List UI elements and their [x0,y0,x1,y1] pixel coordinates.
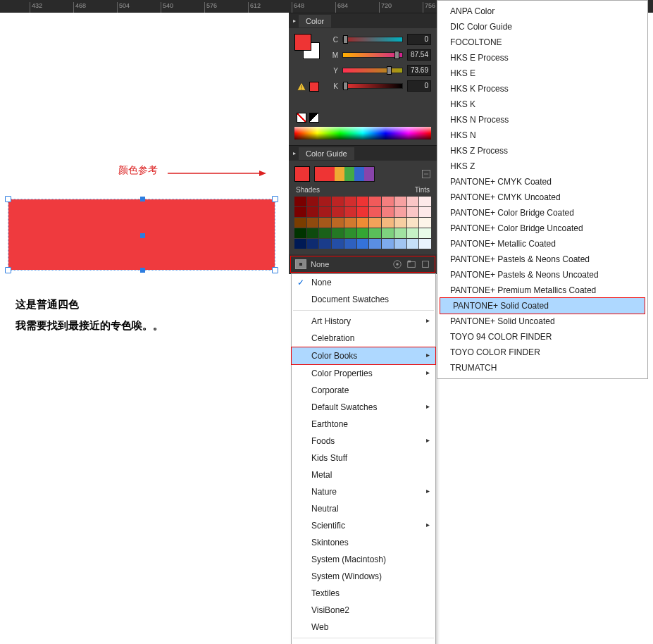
fill-stroke-swatch[interactable] [294,34,321,61]
variation-swatch[interactable] [319,239,331,249]
collapse-icon[interactable]: ▸ [293,150,296,156]
variation-swatch[interactable] [294,218,306,228]
variation-swatch[interactable] [294,228,306,238]
variation-swatch[interactable] [369,207,381,217]
menu-item[interactable]: Celebration [292,330,435,347]
variation-swatch[interactable] [357,207,369,217]
menu-item[interactable]: Corporate [292,382,435,399]
menu-item[interactable]: Scientific▸ [292,517,435,534]
submenu-item[interactable]: PANTONE+ CMYK Coated [437,174,647,190]
variation-swatch[interactable] [394,207,406,217]
variation-swatch[interactable] [382,197,394,206]
submenu-item[interactable]: HKS N Process [437,112,647,128]
variation-swatch[interactable] [332,218,344,228]
variation-swatch[interactable] [382,239,394,249]
slider-track[interactable] [342,68,403,73]
variation-swatch[interactable] [369,197,381,206]
submenu-item[interactable]: HKS K [437,97,647,112]
slider-thumb[interactable] [387,66,392,75]
variation-swatch[interactable] [357,239,369,249]
variation-swatch[interactable] [357,218,369,228]
menu-item[interactable]: Earthtone [292,416,435,433]
menu-item[interactable]: Web [292,619,435,636]
menu-item[interactable]: Textiles [292,585,435,602]
slider-value[interactable]: 87.54 [407,49,431,61]
variation-swatch[interactable] [357,228,369,238]
handle-s[interactable] [140,268,145,273]
harmony-swatch[interactable] [335,167,344,181]
variation-swatch[interactable] [307,197,319,206]
slider-value[interactable]: 73.69 [407,65,431,76]
variation-swatch[interactable] [344,239,356,249]
menu-item[interactable]: User Defined▸ [292,640,435,644]
slider-value[interactable]: 0 [407,80,431,92]
bw-swatch[interactable] [309,113,319,123]
menu-item[interactable]: Color Books▸ [291,347,436,365]
variation-swatch[interactable] [407,239,419,249]
variation-swatch[interactable] [344,218,356,228]
submenu-item[interactable]: HKS Z Process [437,143,647,159]
color-panel-tab[interactable]: ▸Color [289,13,437,28]
slider-thumb[interactable] [343,82,348,90]
variation-swatch[interactable] [344,228,356,238]
harmony-rule-icon[interactable] [421,169,431,179]
submenu-item[interactable]: DIC Color Guide [437,19,647,35]
slider-track[interactable] [342,83,403,89]
harmony-swatch[interactable] [315,167,325,181]
submenu-item[interactable]: PANTONE+ Pastels & Neons Coated [437,252,647,267]
variation-swatch[interactable] [382,218,394,228]
edit-colors-icon[interactable] [392,259,402,269]
variation-swatch[interactable] [394,218,406,228]
variation-swatch[interactable] [294,239,306,249]
menu-item[interactable]: Art History▸ [292,313,435,330]
save-group-icon[interactable] [406,259,416,269]
variation-swatch[interactable] [394,228,406,238]
menu-item[interactable]: Skintones [292,534,435,551]
harmony-swatch[interactable] [354,167,364,181]
variation-swatch[interactable] [344,207,356,217]
variation-swatch[interactable] [307,239,319,249]
color-books-submenu[interactable]: ANPA ColorDIC Color GuideFOCOLTONEHKS E … [437,0,648,379]
variation-swatch[interactable] [419,228,431,238]
harmony-swatch[interactable] [325,167,335,181]
variation-swatch[interactable] [332,197,344,206]
canvas[interactable]: 颜色参考 这是普通四色 我需要找到最接近的专色唉。。 [0,13,289,644]
variation-swatch[interactable] [382,207,394,217]
color-guide-tab[interactable]: ▸Color Guide [289,145,437,161]
submenu-item[interactable]: PANTONE+ Solid Coated [440,297,645,314]
variation-swatch[interactable] [307,228,319,238]
menu-item[interactable]: Default Swatches▸ [292,399,435,416]
submenu-item[interactable]: HKS K Process [437,81,647,97]
swatch-library-icon[interactable] [295,259,306,269]
gamut-suggest-swatch[interactable] [309,82,319,92]
variation-swatch[interactable] [319,197,331,206]
slider-thumb[interactable] [394,51,399,59]
submenu-item[interactable]: PANTONE+ Metallic Coated [437,236,647,252]
variation-swatch[interactable] [407,197,419,206]
handle-ne[interactable] [272,196,278,202]
slider-thumb[interactable] [343,35,348,44]
collapse-icon[interactable]: ▸ [293,18,296,24]
submenu-item[interactable]: PANTONE+ Solid Uncoated [437,314,647,329]
new-swatch-icon[interactable] [421,259,430,269]
submenu-item[interactable]: ANPA Color [437,4,647,19]
variation-swatch[interactable] [369,239,381,249]
handle-se[interactable] [272,267,278,273]
slider-track[interactable] [342,52,403,58]
menu-item[interactable]: System (Macintosh) [292,551,435,568]
slider-value[interactable]: 0 [407,34,431,45]
variation-swatch[interactable] [419,207,431,217]
color-guide-footer[interactable]: None [290,256,435,273]
menu-item[interactable]: Nature▸ [292,483,435,500]
variation-swatch[interactable] [307,207,319,217]
variation-swatch[interactable] [332,207,344,217]
harmony-swatch[interactable] [364,167,374,181]
submenu-item[interactable]: TRUMATCH [437,360,647,376]
variation-swatch[interactable] [394,239,406,249]
submenu-item[interactable]: TOYO 94 COLOR FINDER [437,329,647,345]
variation-swatch[interactable] [419,239,431,249]
variation-swatch[interactable] [394,197,406,206]
submenu-item[interactable]: PANTONE+ Premium Metallics Coated [437,283,647,298]
variation-swatch[interactable] [419,218,431,228]
variation-swatch[interactable] [307,218,319,228]
